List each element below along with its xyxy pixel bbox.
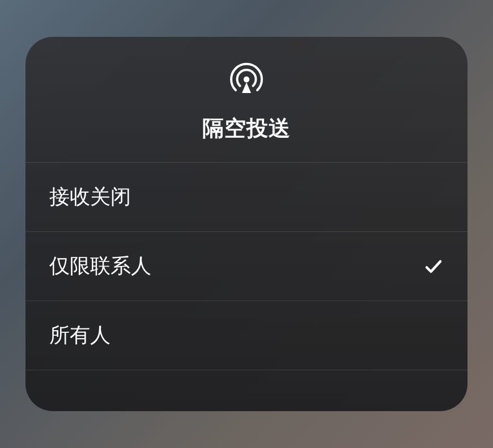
option-everyone[interactable]: 所有人 — [26, 301, 468, 370]
svg-point-0 — [244, 77, 249, 82]
options-list: 接收关闭 仅限联系人 所有人 — [26, 163, 468, 411]
panel-header: 隔空投送 — [26, 37, 468, 163]
panel-title: 隔空投送 — [202, 114, 291, 143]
airdrop-icon — [228, 61, 265, 97]
checkmark-icon — [423, 256, 444, 277]
option-label: 所有人 — [49, 322, 110, 349]
option-label: 仅限联系人 — [49, 252, 151, 280]
airdrop-settings-panel: 隔空投送 接收关闭 仅限联系人 所有人 — [26, 37, 468, 411]
option-label: 接收关闭 — [49, 183, 131, 211]
option-receiving-off[interactable]: 接收关闭 — [26, 163, 468, 232]
option-contacts-only[interactable]: 仅限联系人 — [26, 232, 468, 301]
